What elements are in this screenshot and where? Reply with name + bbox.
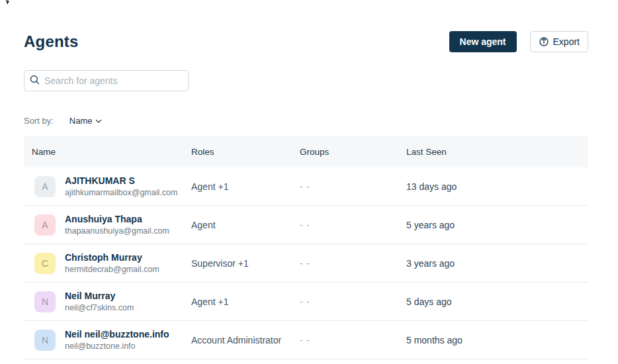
cursor-artifact bbox=[6, 0, 9, 5]
agent-email: ajithkumarmailbox@gmail.com bbox=[65, 188, 177, 197]
avatar: N bbox=[34, 291, 56, 312]
agent-email: neil@cf7skins.com bbox=[65, 303, 134, 312]
column-header-roles: Roles bbox=[183, 147, 292, 157]
agent-name: Neil neil@buzztone.info bbox=[65, 329, 169, 340]
table-header: Name Roles Groups Last Seen bbox=[24, 136, 588, 167]
avatar: N bbox=[34, 330, 56, 351]
agent-roles-cell: Agent +1 bbox=[183, 181, 292, 192]
agent-identity: Neil Murray neil@cf7skins.com bbox=[65, 291, 134, 312]
agent-groups-cell: - - bbox=[292, 181, 398, 192]
agent-last-seen-cell: 5 years ago bbox=[398, 220, 588, 230]
avatar: A bbox=[34, 176, 56, 197]
agent-last-seen-cell: 3 years ago bbox=[398, 258, 588, 269]
agent-last-seen-cell: 5 days ago bbox=[398, 296, 588, 307]
agent-last-seen-cell: 5 months ago bbox=[398, 335, 588, 345]
agent-name: Neil Murray bbox=[65, 291, 134, 301]
page-title: Agents bbox=[24, 32, 79, 51]
table-row[interactable]: C Christoph Murray hermitdecrab@gmail.co… bbox=[24, 244, 588, 283]
agent-roles-cell: Agent +1 bbox=[183, 296, 292, 307]
chevron-down-icon bbox=[95, 116, 102, 126]
export-icon bbox=[539, 36, 549, 47]
agent-name-cell: N Neil neil@buzztone.info neil@buzztone.… bbox=[24, 329, 183, 351]
search-input[interactable] bbox=[44, 75, 183, 86]
agent-identity: Neil neil@buzztone.info neil@buzztone.in… bbox=[65, 329, 169, 351]
agent-roles-cell: Agent bbox=[183, 220, 292, 230]
table-row[interactable]: N Neil Murray neil@cf7skins.com Agent +1… bbox=[24, 283, 588, 321]
agent-name-cell: N Neil Murray neil@cf7skins.com bbox=[24, 291, 183, 312]
agent-email: neil@buzztone.info bbox=[65, 341, 169, 351]
agent-identity: AJITHKUMAR S ajithkumarmailbox@gmail.com bbox=[65, 175, 177, 197]
sort-selected-value: Name bbox=[69, 116, 93, 126]
agent-last-seen-cell: 13 days ago bbox=[398, 181, 588, 192]
sort-by-label: Sort by: bbox=[24, 116, 54, 126]
avatar: A bbox=[34, 214, 56, 236]
table-row[interactable]: A Anushuiya Thapa thapaanushuiya@gmail.c… bbox=[24, 206, 588, 244]
new-agent-button-label: New agent bbox=[460, 36, 506, 47]
new-agent-button[interactable]: New agent bbox=[449, 31, 517, 52]
export-button[interactable]: Export bbox=[530, 31, 588, 52]
sort-row: Sort by: Name bbox=[24, 116, 588, 126]
agent-name-cell: A Anushuiya Thapa thapaanushuiya@gmail.c… bbox=[24, 214, 183, 236]
search-icon bbox=[30, 75, 40, 87]
agent-identity: Christoph Murray hermitdecrab@gmail.com bbox=[65, 252, 159, 274]
table-row[interactable]: A AJITHKUMAR S ajithkumarmailbox@gmail.c… bbox=[24, 167, 588, 206]
agent-groups-cell: - - bbox=[292, 335, 398, 345]
agent-identity: Anushuiya Thapa thapaanushuiya@gmail.com bbox=[65, 214, 169, 236]
export-button-label: Export bbox=[553, 36, 580, 47]
page-header: Agents New agent Export bbox=[24, 30, 588, 53]
column-header-name: Name bbox=[24, 147, 183, 157]
header-actions: New agent Export bbox=[449, 31, 588, 52]
agent-name-cell: A AJITHKUMAR S ajithkumarmailbox@gmail.c… bbox=[24, 175, 183, 197]
table-row[interactable]: N Neil neil@buzztone.info neil@buzztone.… bbox=[24, 321, 588, 359]
agent-email: thapaanushuiya@gmail.com bbox=[65, 226, 169, 236]
agent-groups-cell: - - bbox=[292, 258, 398, 269]
agent-name: AJITHKUMAR S bbox=[65, 175, 177, 186]
agent-name: Anushuiya Thapa bbox=[65, 214, 169, 224]
column-header-groups: Groups bbox=[292, 147, 398, 157]
agents-table: Name Roles Groups Last Seen A AJITHKUMAR… bbox=[24, 136, 588, 359]
agent-roles-cell: Account Administrator bbox=[183, 335, 292, 345]
agent-email: hermitdecrab@gmail.com bbox=[65, 265, 159, 274]
agent-groups-cell: - - bbox=[292, 296, 398, 307]
column-header-last-seen: Last Seen bbox=[398, 147, 588, 157]
agent-roles-cell: Supervisor +1 bbox=[183, 258, 292, 269]
avatar: C bbox=[34, 253, 56, 274]
agent-name-cell: C Christoph Murray hermitdecrab@gmail.co… bbox=[24, 252, 183, 274]
agent-search[interactable] bbox=[24, 70, 189, 91]
agents-page: Agents New agent Export bbox=[24, 30, 588, 359]
table-body: A AJITHKUMAR S ajithkumarmailbox@gmail.c… bbox=[24, 167, 588, 359]
sort-select[interactable]: Name bbox=[69, 116, 103, 126]
agent-name: Christoph Murray bbox=[65, 252, 159, 263]
agent-groups-cell: - - bbox=[292, 220, 398, 230]
